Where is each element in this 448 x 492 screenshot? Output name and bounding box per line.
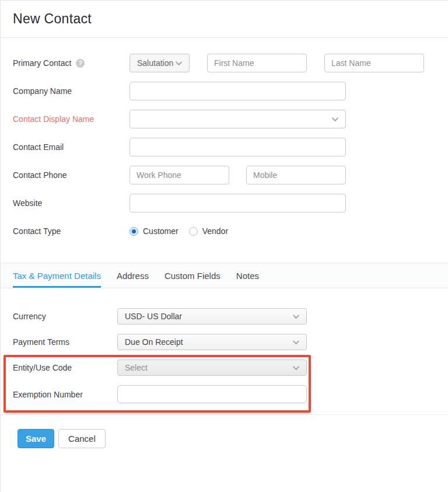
company-name-input[interactable] [130, 82, 346, 100]
chevron-down-icon [293, 364, 299, 370]
last-name-input[interactable] [324, 54, 424, 72]
customer-radio[interactable]: Customer [130, 226, 178, 236]
entity-use-code-select[interactable]: Select [117, 360, 307, 376]
radio-selected-icon [130, 227, 138, 236]
new-contact-page: { "page": { "title": "New Contact" }, "f… [0, 0, 448, 492]
tab-custom-fields[interactable]: Custom Fields [164, 263, 220, 288]
contact-type-label: Contact Type [13, 226, 130, 236]
payment-terms-select[interactable]: Due On Receipt [117, 334, 307, 350]
page-header: New Contact [1, 1, 448, 38]
website-row: Website [13, 194, 448, 212]
currency-select[interactable]: USD- US Dollar [117, 308, 307, 324]
cancel-button[interactable]: Cancel [58, 429, 106, 448]
salutation-select[interactable]: Salutation [130, 54, 190, 72]
contact-display-name-label: Contact Display Name [13, 114, 130, 124]
contact-phone-row: Contact Phone [13, 166, 448, 184]
tab-address[interactable]: Address [117, 263, 149, 288]
mobile-input[interactable] [246, 166, 346, 184]
contact-display-name-select[interactable] [130, 110, 346, 128]
work-phone-input[interactable] [130, 166, 229, 184]
chevron-down-icon [332, 115, 338, 121]
entity-use-code-label: Entity/Use Code [13, 363, 117, 372]
chevron-down-icon [176, 59, 182, 65]
currency-row: Currency USD- US Dollar [13, 308, 448, 324]
save-button[interactable]: Save [18, 429, 54, 448]
primary-contact-label: Primary Contact ? [13, 58, 130, 68]
exemption-number-label: Exemption Number [13, 390, 117, 399]
help-icon[interactable]: ? [76, 59, 85, 68]
chevron-down-icon [293, 338, 299, 344]
contact-type-row: Contact Type Customer Vendor [13, 222, 448, 240]
contact-email-input[interactable] [130, 138, 346, 156]
exemption-number-input[interactable] [117, 385, 307, 403]
website-input[interactable] [130, 194, 346, 212]
contact-email-row: Contact Email [13, 138, 448, 156]
tax-payment-details-panel: Currency USD- US Dollar Payment Terms Du… [1, 288, 448, 403]
vendor-radio[interactable]: Vendor [189, 226, 228, 236]
contact-form-section: Primary Contact ? Salutation Company Nam… [1, 38, 448, 263]
contact-display-name-row: Contact Display Name [13, 110, 448, 128]
form-actions: Save Cancel [1, 429, 448, 448]
contact-email-label: Contact Email [13, 142, 130, 152]
exemption-number-row: Exemption Number [13, 385, 448, 403]
tab-bar: Tax & Payment Details Address Custom Fie… [1, 263, 448, 288]
company-name-label: Company Name [13, 86, 130, 96]
tab-tax-payment-details[interactable]: Tax & Payment Details [13, 263, 101, 288]
contact-phone-label: Contact Phone [13, 170, 130, 180]
website-label: Website [13, 198, 130, 208]
first-name-input[interactable] [207, 54, 307, 72]
primary-contact-row: Primary Contact ? Salutation [13, 54, 448, 72]
tab-notes[interactable]: Notes [236, 263, 259, 288]
payment-terms-row: Payment Terms Due On Receipt [13, 334, 448, 350]
payment-terms-label: Payment Terms [13, 337, 117, 347]
radio-unselected-icon [189, 227, 198, 236]
currency-label: Currency [13, 312, 117, 321]
chevron-down-icon [293, 312, 299, 319]
page-title: New Contact [13, 11, 92, 27]
entity-use-code-row: Entity/Use Code Select [13, 360, 448, 376]
company-name-row: Company Name [13, 82, 448, 100]
footer-divider [1, 414, 448, 415]
